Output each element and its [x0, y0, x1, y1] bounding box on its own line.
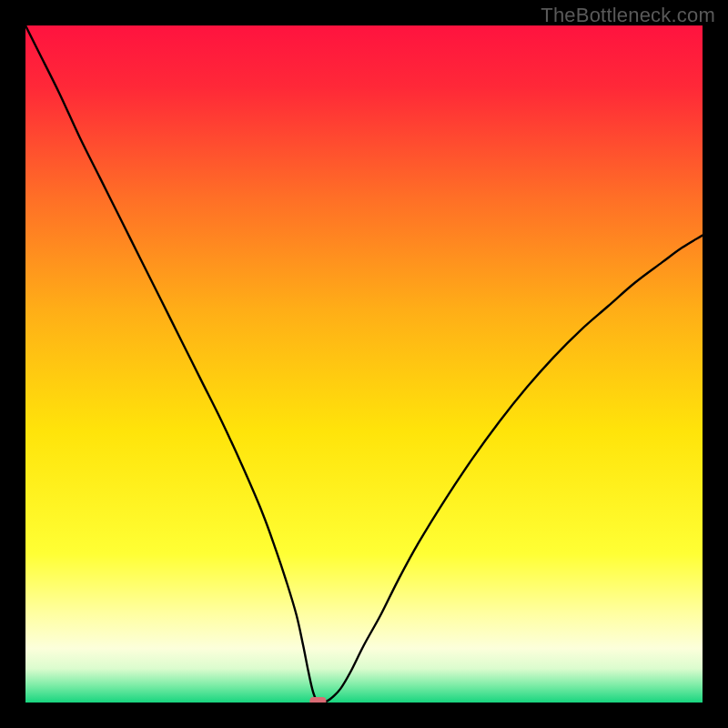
- chart-svg: [25, 25, 703, 703]
- optimum-marker: [309, 697, 326, 703]
- chart-container: TheBottleneck.com: [0, 0, 728, 728]
- watermark-text: TheBottleneck.com: [541, 4, 715, 27]
- gradient-background: [25, 25, 703, 703]
- chart-plot-area: [25, 25, 703, 703]
